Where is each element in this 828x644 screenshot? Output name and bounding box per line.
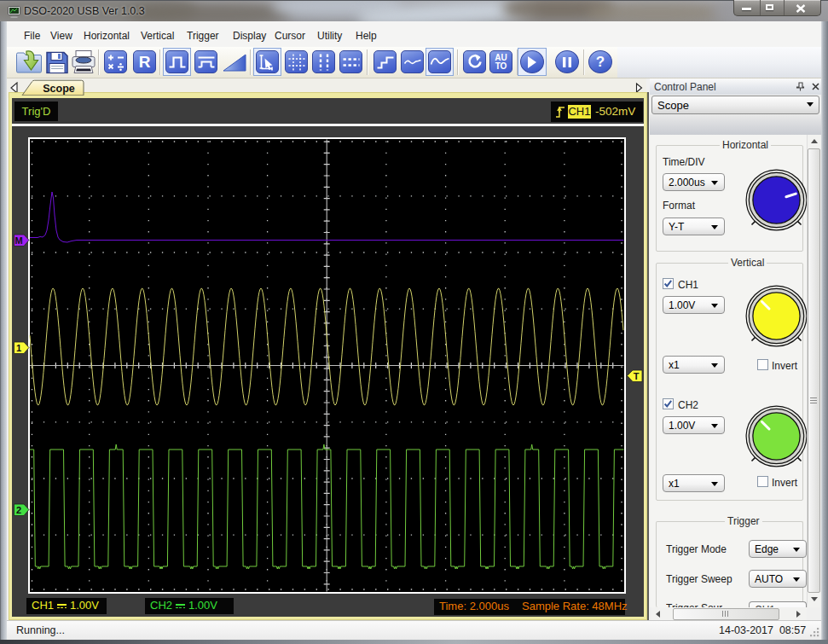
svg-text:1: 1 bbox=[16, 342, 21, 352]
svg-text:M: M bbox=[14, 235, 22, 245]
svg-text:Scope: Scope bbox=[43, 82, 75, 94]
svg-text:T: T bbox=[633, 370, 639, 380]
svg-text:2: 2 bbox=[16, 504, 21, 514]
